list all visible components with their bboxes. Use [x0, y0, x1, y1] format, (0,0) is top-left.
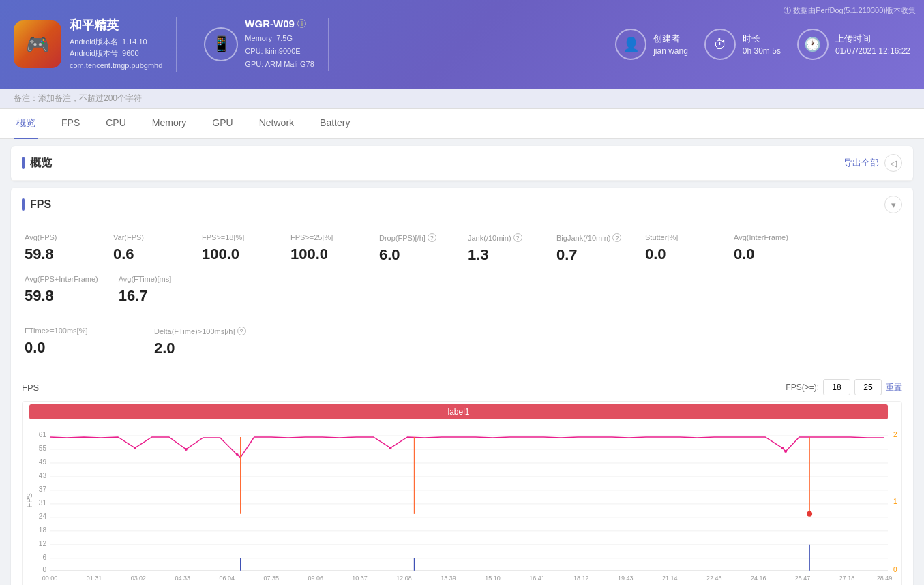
fps-title-bar: [22, 198, 25, 211]
fps-stats-row2: FTime>=100ms[%] 0.0 Delta(FTime)>100ms[/…: [11, 327, 913, 379]
device-section: 📱 WGR-W09 ℹ Memory: 7.5G CPU: kirin9000E…: [190, 18, 328, 70]
tab-battery[interactable]: Battery: [317, 109, 353, 139]
stat-stutter: Stutter[%] 0.0: [645, 233, 713, 264]
drop-fps-help-icon[interactable]: ?: [428, 233, 436, 242]
tab-overview[interactable]: 概览: [14, 109, 38, 139]
svg-text:24:16: 24:16: [751, 575, 766, 582]
stat-delta-ftime: Delta(FTime)>100ms[/h] ? 2.0: [154, 327, 246, 357]
device-name: WGR-W09 ℹ: [245, 18, 314, 29]
bigjank-help-icon[interactable]: ?: [612, 233, 621, 242]
tab-network[interactable]: Network: [256, 109, 297, 139]
nav-tabs: 概览 FPS CPU Memory GPU Network Battery: [0, 109, 924, 139]
stat-avg-ftime: Avg(FTime)[ms] 16.7: [119, 275, 187, 305]
notes-bar[interactable]: 备注：添加备注，不超过200个字符: [0, 89, 924, 109]
svg-text:04:33: 04:33: [175, 575, 190, 582]
upload-meta: 🕐 上传时间 01/07/2021 12:16:22: [797, 29, 910, 60]
svg-point-32: [236, 453, 239, 456]
overview-actions: 导出全部 ◁: [844, 154, 902, 172]
svg-text:37: 37: [39, 485, 47, 493]
overview-card: 概览 导出全部 ◁: [11, 146, 913, 181]
app-text: 和平精英 Android版本名: 1.14.10 Android版本号: 960…: [70, 17, 162, 72]
duration-icon: ⏱: [704, 29, 736, 60]
app-info: 🎮 和平精英 Android版本名: 1.14.10 Android版本号: 9…: [14, 17, 177, 72]
duration-value: 0h 30m 5s: [743, 46, 781, 56]
svg-point-35: [784, 450, 787, 453]
fps-threshold-1-input[interactable]: [823, 379, 850, 395]
tab-gpu[interactable]: GPU: [209, 109, 235, 139]
meta-section: 👤 创建者 jian wang ⏱ 时长 0h 30m 5s 🕐 上传时间 01…: [342, 29, 910, 60]
upload-text: 上传时间 01/07/2021 12:16:22: [835, 33, 910, 56]
svg-text:22:45: 22:45: [706, 575, 721, 582]
fps-reset-button[interactable]: 重置: [886, 382, 902, 393]
creator-label: 创建者: [653, 33, 688, 45]
duration-label: 时长: [743, 33, 781, 45]
stat-drop-fps: Drop(FPS)[/h] ? 6.0: [379, 233, 447, 264]
fps-actions: ▾: [884, 196, 902, 213]
fps-threshold-2-input[interactable]: [854, 379, 882, 395]
overview-title: 概览: [22, 156, 52, 170]
tab-cpu[interactable]: CPU: [103, 109, 129, 139]
overview-collapse-button[interactable]: ◁: [884, 154, 902, 172]
app-icon: 🎮: [14, 20, 61, 68]
svg-text:12: 12: [39, 540, 47, 548]
svg-text:2: 2: [893, 431, 897, 438]
duration-text: 时长 0h 30m 5s: [743, 33, 781, 56]
fps-chart-title: FPS: [22, 382, 39, 393]
tab-memory[interactable]: Memory: [149, 109, 190, 139]
svg-text:03:02: 03:02: [131, 575, 146, 582]
fps-chart-header: FPS FPS(>=): 重置: [22, 379, 902, 395]
fps-header: FPS ▾: [11, 188, 913, 222]
device-detail: Memory: 7.5G CPU: kirin9000E GPU: ARM Ma…: [245, 32, 314, 70]
fps-collapse-button[interactable]: ▾: [884, 196, 902, 213]
svg-text:24: 24: [39, 513, 47, 520]
jank-help-icon[interactable]: ?: [513, 233, 522, 242]
tab-fps[interactable]: FPS: [59, 109, 83, 139]
svg-point-34: [781, 447, 784, 449]
fps-chart-container: label1 61 55: [22, 401, 902, 585]
creator-icon: 👤: [615, 29, 646, 60]
svg-point-30: [134, 447, 136, 449]
stat-bigjank: BigJank(/10min) ? 0.7: [556, 233, 625, 264]
fps-chart-section: FPS FPS(>=): 重置 label1: [11, 379, 913, 585]
svg-text:43: 43: [39, 472, 47, 479]
stat-avg-fps: Avg(FPS) 59.8: [25, 233, 93, 264]
overview-header: 概览 导出全部 ◁: [11, 146, 913, 181]
svg-text:18:12: 18:12: [573, 575, 588, 582]
svg-text:27:18: 27:18: [839, 575, 854, 582]
device-help-icon[interactable]: ℹ: [297, 19, 306, 28]
svg-text:15:10: 15:10: [485, 575, 500, 582]
svg-point-33: [389, 447, 392, 449]
fps-title: FPS: [22, 198, 51, 211]
stat-avg-fps-interframe: Avg(FPS+InterFrame) 59.8: [25, 275, 98, 305]
svg-text:25:47: 25:47: [795, 575, 810, 582]
svg-text:18: 18: [39, 526, 47, 534]
main-content: 概览 导出全部 ◁ FPS ▾ Avg(FPS) 59.8: [0, 139, 924, 585]
svg-text:19:43: 19:43: [618, 575, 633, 582]
svg-text:49: 49: [39, 458, 47, 466]
svg-text:07:35: 07:35: [263, 575, 278, 582]
device-icon: 📱: [204, 27, 238, 61]
fps-threshold-controls: FPS(>=): 重置: [786, 379, 902, 395]
svg-text:61: 61: [39, 431, 47, 438]
stat-fps-18: FPS>=18[%] 100.0: [202, 233, 270, 264]
upload-label: 上传时间: [835, 33, 910, 45]
delta-ftime-help-icon[interactable]: ?: [237, 327, 246, 335]
app-android-version: Android版本名: 1.14.10 Android版本号: 9600 com…: [70, 36, 162, 72]
duration-meta: ⏱ 时长 0h 30m 5s: [704, 29, 781, 60]
svg-text:6: 6: [42, 554, 46, 561]
fps-threshold-label: FPS(>=):: [786, 382, 819, 392]
upload-icon: 🕐: [797, 29, 829, 60]
stat-avg-interframe: Avg(InterFrame) 0.0: [734, 233, 802, 264]
upload-value: 01/07/2021 12:16:22: [835, 46, 910, 56]
svg-text:FPS: FPS: [25, 493, 33, 507]
notes-text: 备注：添加备注，不超过200个字符: [14, 93, 142, 103]
svg-text:00:00: 00:00: [42, 575, 57, 582]
creator-meta: 👤 创建者 jian wang: [615, 29, 688, 60]
header: ① 数据由PerfDog(5.1.210300)版本收集 🎮 和平精英 Andr…: [0, 0, 924, 89]
export-all-button[interactable]: 导出全部: [844, 157, 879, 169]
fps-chart-svg: label1 61 55: [23, 402, 901, 585]
svg-point-39: [807, 511, 812, 517]
svg-text:10:37: 10:37: [352, 575, 367, 582]
svg-text:01:31: 01:31: [87, 575, 102, 582]
title-bar: [22, 157, 25, 169]
